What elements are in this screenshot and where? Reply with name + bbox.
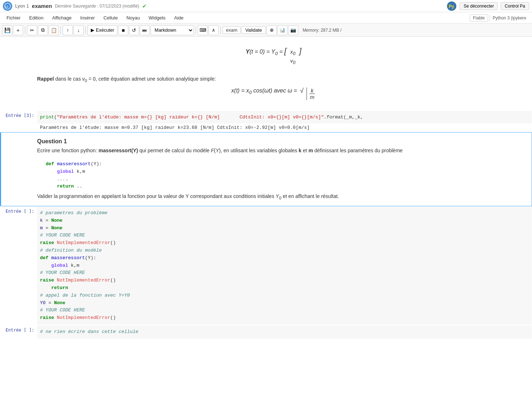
control-button[interactable]: Control Pa xyxy=(501,2,529,10)
validate-button[interactable]: Validate xyxy=(241,26,266,34)
keyboard-button[interactable]: ⌨ xyxy=(198,25,208,35)
menu-fichier[interactable]: Fichier xyxy=(3,14,24,22)
move-up-button[interactable]: ↑ xyxy=(63,25,73,35)
menubar: Fichier Edition Affichage Insérer Cellul… xyxy=(0,12,532,24)
trusted-label: Fiable xyxy=(470,14,488,22)
question1-text: Ecrire une fonction python: masseressort… xyxy=(37,148,510,153)
question1-title: Question 1 xyxy=(37,138,510,145)
code-student-1[interactable]: # parametres du problème k = None m = No… xyxy=(37,207,532,325)
stop-button[interactable]: ■ xyxy=(118,25,128,35)
notebook-name: examen xyxy=(32,3,52,9)
math-y0-display: Y(t = 0) = Y0 = [ x0 v0 ] xyxy=(37,43,510,69)
svg-text:L1: L1 xyxy=(5,5,8,8)
menu-noyau[interactable]: Noyau xyxy=(123,14,144,22)
cell-entree-3[interactable]: Entrée [3]: print("Paramètres de l'étude… xyxy=(0,111,532,132)
menu-cellule[interactable]: Cellule xyxy=(100,14,121,22)
prompt-empty-2: Entrée [ ]: xyxy=(1,325,37,339)
prompt-entree-3: Entrée [3]: xyxy=(1,111,37,132)
python-logo: Py xyxy=(447,1,457,11)
cell-type-select[interactable]: Markdown Code Raw xyxy=(151,25,194,35)
menu-edition[interactable]: Edition xyxy=(26,14,47,22)
run-icon: ▶ xyxy=(91,27,94,33)
restart-button[interactable]: ↺ xyxy=(129,25,139,35)
toolbar: 💾 + ✂ ⧉ 📋 ↑ ↓ ▶ Exécuter ■ ↺ ⏭ Markdown … xyxy=(0,24,532,37)
share-button[interactable]: ⊕ xyxy=(267,25,277,35)
cell-entree-empty-2[interactable]: Entrée [ ]: # ne rien écrire dans cette … xyxy=(0,325,532,339)
toolbar-separator-5 xyxy=(220,27,221,34)
memory-info: Memory: 287.2 MB / xyxy=(303,28,341,33)
code-no-write[interactable]: # ne rien écrire dans cette cellule xyxy=(37,325,532,339)
toolbar-separator-2 xyxy=(61,27,61,34)
up-icon-btn[interactable]: ∧ xyxy=(209,25,219,35)
question1-validate-text: Valider la programmation en appelant la … xyxy=(37,193,510,200)
exam-badge: exam xyxy=(223,26,241,34)
toolbar-separator-3 xyxy=(85,27,86,34)
prompt-question1 xyxy=(1,132,37,206)
cell-rappel: Rappel dans le cas v0 = 0, cette équatio… xyxy=(0,73,532,111)
cell-question1[interactable]: Question 1 Ecrire une fonction python: m… xyxy=(0,132,532,206)
svg-text:Py: Py xyxy=(449,4,454,9)
code-entree-3[interactable]: print("Paramètres de l'étude: masse m={}… xyxy=(37,111,532,124)
lyon1-logo: L1 xyxy=(3,1,12,11)
prompt-empty-1: Entrée [ ]: xyxy=(1,207,37,325)
disconnect-button[interactable]: Se déconnecter xyxy=(460,2,498,10)
prompt-rappel xyxy=(1,73,37,110)
run-button[interactable]: ▶ Exécuter xyxy=(88,25,117,35)
save-button[interactable]: 💾 xyxy=(2,25,12,35)
checkmark-icon: ✔ xyxy=(142,3,147,9)
cell-math-y0: Y(t = 0) = Y0 = [ x0 v0 ] xyxy=(0,37,532,73)
chart-button[interactable]: 📊 xyxy=(277,25,287,35)
toolbar-separator-1 xyxy=(25,27,25,34)
menu-widgets[interactable]: Widgets xyxy=(145,14,169,22)
menu-aide[interactable]: Aide xyxy=(171,14,187,22)
move-down-button[interactable]: ↓ xyxy=(73,25,84,35)
paste-button[interactable]: 📋 xyxy=(49,25,59,35)
extra-button[interactable]: 📷 xyxy=(288,25,298,35)
kernel-info: Python 3 (ipykerн xyxy=(489,15,529,21)
rappel-text: Rappel dans le cas v0 = 0, cette équatio… xyxy=(37,76,510,83)
cell-entree-empty-1[interactable]: Entrée [ ]: # parametres du problème k =… xyxy=(0,206,532,325)
menu-affichage[interactable]: Affichage xyxy=(49,14,75,22)
run-label: Exécuter xyxy=(96,27,114,33)
prompt-math-y0 xyxy=(1,37,37,72)
main-content: Y(t = 0) = Y0 = [ x0 v0 ] Ra xyxy=(0,37,532,419)
toolbar-separator-4 xyxy=(196,27,196,34)
topbar: L1 Lyon 1 examen Dernière Sauvegarde : 0… xyxy=(0,0,532,12)
instance-label: Lyon 1 xyxy=(15,3,29,9)
restart-run-button[interactable]: ⏭ xyxy=(140,25,150,35)
menu-inserer[interactable]: Insérer xyxy=(77,14,98,22)
add-cell-button[interactable]: + xyxy=(13,25,23,35)
cut-button[interactable]: ✂ xyxy=(27,25,37,35)
copy-button[interactable]: ⧉ xyxy=(38,25,48,35)
rappel-math: x(t) = x0 cos(ωt) avec ω = √ k m xyxy=(37,83,510,104)
save-info: Dernière Sauvegarde : 07/12/2023 (modifi… xyxy=(55,4,139,9)
output-entree-3: Paramètres de l'étude: masse m=0.37 [kg]… xyxy=(37,123,532,132)
